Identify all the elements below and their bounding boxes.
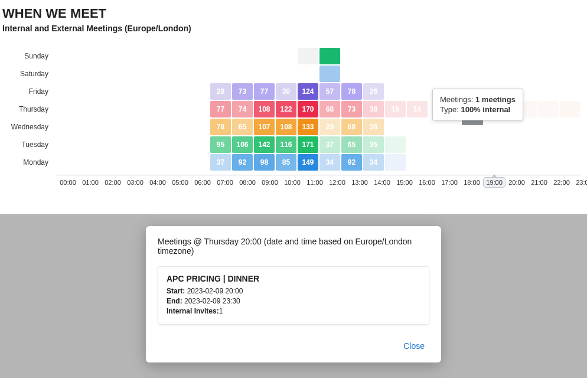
y-axis-label: Monday: [0, 153, 52, 171]
heatmap-cell[interactable]: 16: [385, 101, 406, 117]
heatmap-cell[interactable]: 37: [210, 154, 231, 171]
heatmap-cell[interactable]: 171: [298, 136, 318, 153]
heatmap-cell: [232, 48, 253, 64]
heatmap-row: 37929885149349234: [57, 153, 581, 171]
heatmap-cell[interactable]: 107: [254, 119, 275, 135]
heatmap-cell[interactable]: 77: [210, 101, 231, 117]
heatmap-cell[interactable]: 34: [363, 154, 384, 171]
heatmap-cell: [429, 154, 449, 171]
heatmap-cell[interactable]: 29: [319, 119, 340, 135]
heatmap-cell[interactable]: 77: [254, 83, 275, 100]
heatmap-cell[interactable]: 116: [276, 136, 296, 153]
heatmap-cell: [538, 66, 559, 82]
heatmap-cell: [472, 66, 493, 82]
heatmap-cell[interactable]: 149: [298, 154, 318, 171]
heatmap-cell: [560, 136, 581, 153]
heatmap-cell: [494, 136, 515, 153]
heatmap-cell: [145, 119, 165, 135]
heatmap-cell[interactable]: 26: [363, 83, 384, 100]
heatmap-cell[interactable]: 108: [254, 101, 275, 117]
heatmap-cell: [57, 83, 78, 100]
meeting-card: APC PRICING | DINNER Start: 2023-02-09 2…: [158, 266, 429, 325]
heatmap-cell[interactable]: 14: [407, 101, 428, 117]
heatmap-cell: [167, 66, 187, 82]
heatmap-row: [57, 65, 581, 83]
heatmap-cell[interactable]: 38: [363, 101, 384, 117]
heatmap-cell[interactable]: 38: [363, 119, 384, 135]
x-axis-tick: 19:00: [483, 177, 506, 188]
heatmap-cell[interactable]: 37: [319, 136, 340, 153]
heatmap-cell[interactable]: 73: [341, 101, 362, 117]
heatmap-cell[interactable]: 30: [276, 83, 296, 100]
heatmap-cell: [298, 66, 318, 82]
hover-tooltip: Meetings: 1 meetings Type: 100% internal: [432, 89, 523, 120]
x-axis-tick: 03:00: [124, 179, 146, 188]
heatmap-cell[interactable]: 28: [210, 83, 231, 100]
meeting-end-label: End:: [167, 297, 182, 305]
heatmap-cell: [145, 83, 165, 100]
heatmap-cell[interactable]: 68: [341, 119, 362, 135]
heatmap-cell[interactable]: 78: [210, 119, 231, 135]
heatmap-cell[interactable]: 92: [232, 154, 253, 171]
heatmap-cell[interactable]: 73: [232, 83, 253, 100]
heatmap-cell[interactable]: 106: [232, 136, 253, 153]
heatmap-cell: [407, 66, 428, 82]
heatmap-cell[interactable]: 92: [341, 154, 362, 171]
heatmap-row: [57, 47, 581, 65]
heatmap-cell[interactable]: 74: [232, 101, 253, 117]
heatmap-cell[interactable]: 65: [232, 119, 253, 135]
heatmap-cell: [145, 136, 165, 153]
meeting-invites-label: Internal Invites:: [167, 307, 219, 315]
x-axis-tick: 02:00: [102, 179, 124, 188]
tooltip-value-type: 100% internal: [461, 105, 510, 114]
x-axis-tick: 14:00: [371, 179, 393, 188]
heatmap-cell[interactable]: 98: [254, 154, 275, 171]
heatmap-cell[interactable]: [298, 48, 318, 64]
heatmap-cell: [123, 119, 144, 135]
heatmap-cell[interactable]: 142: [254, 136, 275, 153]
heatmap-cell: [167, 48, 187, 64]
heatmap-cell[interactable]: 170: [298, 101, 318, 117]
heatmap-cell[interactable]: 124: [298, 83, 318, 100]
x-axis-tick: 18:00: [461, 179, 483, 188]
heatmap-cell[interactable]: 65: [341, 136, 362, 153]
heatmap-cell[interactable]: 95: [210, 136, 231, 153]
heatmap-cell[interactable]: 108: [276, 119, 296, 135]
heatmap-cell[interactable]: 57: [319, 83, 340, 100]
heatmap-cell[interactable]: [560, 101, 581, 117]
heatmap-cell[interactable]: 122: [276, 101, 296, 117]
heatmap-cell[interactable]: 78: [341, 83, 362, 100]
heatmap-cell[interactable]: 35: [363, 136, 384, 153]
x-axis-tick: 08:00: [236, 179, 259, 188]
heatmap-cell: [123, 48, 144, 64]
x-axis-tick: 05:00: [169, 179, 191, 188]
x-axis-tick: 23:00: [573, 179, 587, 188]
tooltip-value-meetings: 1 meetings: [475, 95, 516, 104]
y-axis-label: Wednesday: [0, 118, 52, 136]
heatmap-cell[interactable]: [538, 101, 559, 117]
heatmap-cell: [385, 83, 406, 100]
heatmap-cell: [407, 119, 428, 135]
meeting-modal: Meetings @ Thursday 20:00 (date and time…: [146, 226, 441, 362]
heatmap-cell: [123, 136, 144, 153]
x-axis-tick: 12:00: [326, 179, 348, 188]
heatmap-cell: [538, 83, 559, 100]
heatmap-cell: [101, 119, 122, 135]
heatmap-cell[interactable]: 133: [298, 119, 318, 135]
modal-overlay[interactable]: Meetings @ Thursday 20:00 (date and time…: [0, 214, 587, 378]
heatmap-cell[interactable]: [385, 136, 406, 153]
heatmap-cell[interactable]: 34: [319, 154, 340, 171]
heatmap-cell: [341, 48, 362, 64]
x-axis-tick: 01:00: [79, 179, 102, 188]
heatmap-cell[interactable]: 68: [319, 101, 340, 117]
heatmap-cell: [407, 154, 428, 171]
heatmap-cell[interactable]: [385, 154, 406, 171]
heatmap-cell[interactable]: [319, 48, 340, 64]
heatmap-cell: [145, 101, 165, 117]
x-axis-tick: 06:00: [191, 179, 214, 188]
heatmap-cell[interactable]: [319, 66, 340, 82]
heatmap-cell[interactable]: 85: [276, 154, 296, 171]
close-button[interactable]: Close: [399, 338, 429, 354]
x-axis-tick: 21:00: [528, 179, 550, 188]
heatmap-cell: [429, 136, 449, 153]
